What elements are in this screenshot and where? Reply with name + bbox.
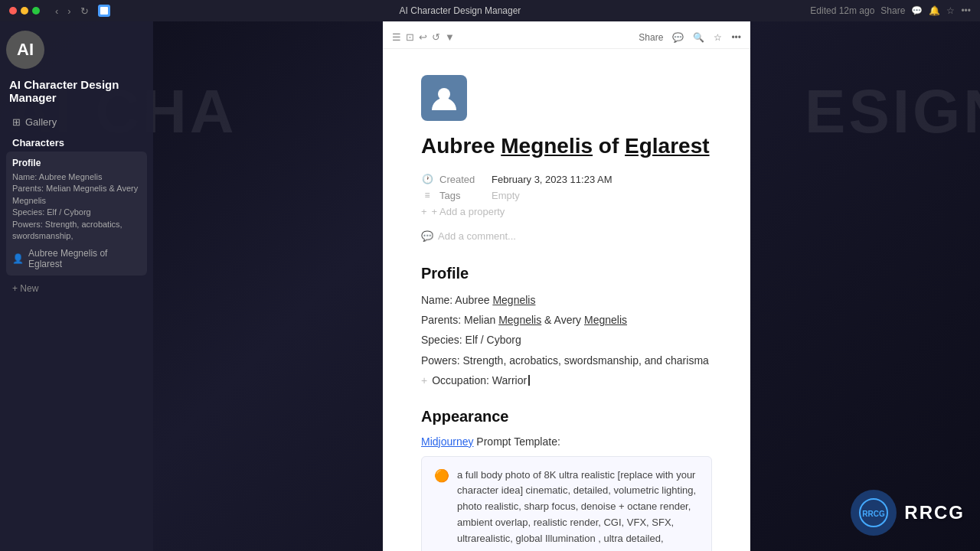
add-property-label: + Add a property	[432, 206, 505, 217]
character-avatar-icon: 👤	[12, 253, 24, 264]
midjourney-link[interactable]: Midjourney	[421, 435, 473, 448]
sidebar-character-card[interactable]: Profile Name: Aubree Megnelis Parents: M…	[6, 152, 147, 276]
page-layout-icon[interactable]: ⊡	[406, 31, 414, 43]
appearance-heading: Appearance	[421, 408, 712, 425]
edited-label: Edited 12m ago	[810, 5, 874, 16]
page-title: Aubree Megnelis of Eglarest	[421, 133, 712, 159]
browser-area: AI AI Character Design Manager ⊞ Gallery…	[0, 21, 980, 551]
add-comment-label: Add a comment...	[438, 230, 516, 242]
powers-text: Powers: Strength, acrobatics, swordsmans…	[421, 354, 709, 367]
sidebar-card-title: Profile	[12, 158, 141, 168]
title-of: of	[593, 134, 625, 158]
titlebar-title: AI Character Design Manager	[116, 5, 805, 16]
sidebar-character-link[interactable]: 👤 Aubree Megnelis of Eglarest	[12, 248, 141, 269]
page-modal: ☰ ⊡ ↩ ↺ ▼ Share 💬 🔍 ☆ •••	[153, 21, 980, 551]
profile-powers-row: Powers: Strength, acrobatics, swordsmans…	[421, 352, 712, 369]
profile-heading: Profile	[421, 265, 712, 282]
new-character-button[interactable]: + New	[6, 280, 147, 297]
profile-fields: Name: Aubree Megnelis Parents: Melian Me…	[421, 292, 712, 390]
parents-mid: & Avery	[541, 314, 584, 326]
parents-avery-link[interactable]: Megnelis	[584, 314, 627, 326]
text-cursor	[528, 375, 530, 386]
sidebar-section-characters: Characters	[6, 131, 147, 152]
page-undo-icon[interactable]: ↩	[419, 31, 427, 43]
prompt-subtitle: Prompt Template:	[473, 435, 560, 448]
tags-value: Empty	[492, 190, 520, 201]
parents-megnelis-link[interactable]: Megnelis	[498, 314, 541, 326]
created-key: Created	[439, 174, 485, 185]
svg-rect-0	[100, 7, 108, 15]
prompt-bullet-icon: 🟠	[434, 468, 449, 483]
bell-icon[interactable]: 🔔	[929, 5, 940, 16]
close-button[interactable]	[9, 7, 17, 15]
comment-icon-small: 💬	[421, 230, 433, 242]
clock-icon: 🕐	[421, 174, 433, 184]
title-link-eglarest[interactable]: Eglarest	[625, 134, 710, 158]
sidebar-character-name: Aubree Megnelis of Eglarest	[28, 248, 141, 269]
window-controls	[9, 7, 40, 15]
sidebar-card-line-3: Species: Elf / Cyborg	[12, 207, 141, 218]
share-titlebar-button[interactable]: Share	[880, 5, 905, 16]
page-avatar	[421, 75, 467, 121]
maximize-button[interactable]	[32, 7, 40, 15]
gallery-icon: ⊞	[12, 116, 21, 128]
name-megnelis-link[interactable]: Megnelis	[492, 294, 535, 306]
profile-parents-row: Parents: Melian Megnelis & Avery Megneli…	[421, 311, 712, 328]
prompt-text: a full body photo of 8K ultra realistic …	[457, 468, 699, 551]
add-field-icon[interactable]: +	[421, 372, 427, 389]
favorite-page-icon[interactable]: ☆	[714, 32, 722, 43]
property-created: 🕐 Created February 3, 2023 11:23 AM	[421, 171, 712, 187]
name-label: Name: Aubree	[421, 294, 492, 306]
sidebar-item-gallery[interactable]: ⊞ Gallery	[6, 113, 147, 131]
svg-text:RRCG: RRCG	[863, 510, 886, 518]
page-toolbar: ☰ ⊡ ↩ ↺ ▼ Share 💬 🔍 ☆ •••	[383, 26, 750, 49]
titlebar-actions: Edited 12m ago Share 💬 🔔 ☆ •••	[810, 5, 971, 16]
rrcg-text: RRCG	[904, 502, 965, 523]
sidebar-app-title: AI Character Design Manager	[6, 78, 147, 104]
add-property-button[interactable]: + + Add a property	[421, 204, 712, 220]
titlebar: ‹ › ↻ AI Character Design Manager Edited…	[0, 0, 980, 21]
more-icon[interactable]: •••	[961, 5, 971, 16]
page-chevron-icon[interactable]: ▼	[445, 31, 455, 43]
sidebar: AI AI Character Design Manager ⊞ Gallery…	[0, 21, 153, 551]
page-sidebar-icon[interactable]: ☰	[392, 31, 401, 43]
share-page-button[interactable]: Share	[639, 32, 663, 43]
title-link-megnelis[interactable]: Megnelis	[501, 134, 593, 158]
add-comment-button[interactable]: 💬 Add a comment...	[421, 226, 712, 246]
property-tags: ≡ Tags Empty	[421, 187, 712, 204]
add-property-icon: +	[421, 206, 427, 217]
properties-section: 🕐 Created February 3, 2023 11:23 AM ≡ Ta…	[421, 171, 712, 220]
back-button[interactable]: ‹	[52, 4, 61, 18]
page-redo-icon[interactable]: ↺	[432, 31, 440, 43]
species-text: Species:	[421, 334, 462, 346]
profile-species-row: Species: Elf / Cyborg	[421, 331, 712, 348]
comment-icon[interactable]: 💬	[911, 5, 923, 16]
title-plain: Aubree	[421, 134, 501, 158]
page-content: ☰ ⊡ ↩ ↺ ▼ Share 💬 🔍 ☆ •••	[383, 21, 750, 551]
comment-page-icon[interactable]: 💬	[672, 32, 684, 43]
page-toolbar-left: ☰ ⊡ ↩ ↺ ▼	[392, 31, 455, 43]
watermark: RRCG RRCG	[851, 490, 965, 536]
app-logo: AI	[6, 31, 44, 69]
species-value: Elf / Cyborg	[462, 334, 521, 346]
profile-occupation-row: + Occupation: Warrior	[421, 372, 712, 389]
forward-button[interactable]: ›	[64, 4, 74, 18]
page-toolbar-right: Share 💬 🔍 ☆ •••	[639, 32, 741, 43]
created-value: February 3, 2023 11:23 AM	[492, 174, 612, 185]
gallery-label: Gallery	[25, 116, 57, 128]
app-icon	[98, 5, 110, 17]
reload-button[interactable]: ↻	[77, 4, 92, 18]
tag-icon: ≡	[421, 190, 433, 201]
tags-key: Tags	[439, 190, 485, 201]
prompt-box: 🟠 a full body photo of 8K ultra realisti…	[421, 456, 712, 551]
sidebar-card-line-4: Powers: Strength, acrobatics, swordsmans…	[12, 219, 141, 243]
search-page-icon[interactable]: 🔍	[693, 32, 704, 43]
more-page-icon[interactable]: •••	[731, 32, 741, 43]
appearance-prompt-header: Midjourney Prompt Template:	[421, 435, 712, 448]
profile-name-row: Name: Aubree Megnelis	[421, 292, 712, 308]
star-icon[interactable]: ☆	[946, 5, 955, 16]
occupation-text: Occupation: Warrior	[432, 372, 527, 389]
rrcg-logo: RRCG	[851, 490, 897, 536]
sidebar-card-line-1: Name: Aubree Megnelis	[12, 171, 141, 183]
minimize-button[interactable]	[21, 7, 28, 15]
